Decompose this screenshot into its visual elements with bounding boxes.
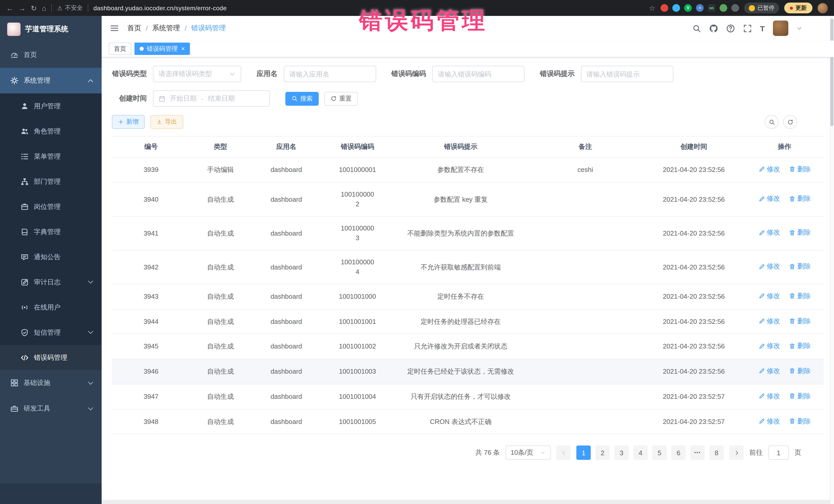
user-avatar[interactable] — [773, 21, 788, 36]
sidebar-subitem-0[interactable]: 用户管理 — [0, 93, 102, 118]
page-button[interactable]: 2 — [595, 446, 610, 460]
delete-link[interactable]: 删除 — [789, 366, 811, 376]
refresh-table-button[interactable] — [783, 115, 797, 129]
edit-link[interactable]: 修改 — [759, 164, 780, 174]
delete-link[interactable]: 删除 — [789, 341, 811, 351]
sidebar-subitem-8[interactable]: 在线用户 — [0, 294, 102, 320]
edit-link[interactable]: 修改 — [759, 194, 780, 204]
sidebar-item-0[interactable]: 首页 — [0, 42, 102, 68]
goto-page-input[interactable] — [768, 446, 789, 460]
leaf-extension-icon[interactable] — [720, 4, 727, 12]
on-badge-extension-icon[interactable]: on — [708, 4, 716, 12]
tab-1[interactable]: 错误码管理 × — [134, 43, 190, 55]
filter-input-1[interactable] — [284, 66, 376, 82]
table-row[interactable]: 3945 自动生成 dashboard 1001001002 只允许修改为开启或… — [112, 334, 824, 359]
filter-input-2[interactable] — [432, 66, 525, 82]
sidebar-subitem-4[interactable]: 岗位管理 — [0, 194, 102, 219]
scrollbar-thumb[interactable] — [830, 19, 833, 126]
page-size-select[interactable]: 10条/页 — [506, 446, 551, 460]
sidebar-subitem-10[interactable]: 错误码管理 — [0, 345, 102, 370]
blue-drop-extension-icon[interactable] — [672, 4, 680, 12]
page-button[interactable]: 8 — [709, 446, 724, 460]
sidebar-subitem-2[interactable]: 菜单管理 — [0, 144, 102, 169]
paused-badge[interactable]: 已暂停 — [744, 3, 779, 13]
reset-button[interactable]: 重置 — [324, 92, 358, 106]
reload-icon[interactable]: ↻ — [31, 4, 37, 12]
browser-profile-avatar[interactable] — [817, 3, 828, 13]
page-button[interactable]: 6 — [671, 446, 686, 460]
table-row[interactable]: 3942 自动生成 dashboard 1001000004 不允许获取敏感配置… — [112, 250, 824, 284]
prev-page-button[interactable] — [556, 446, 571, 460]
address-bar[interactable]: dashboard.yudao.iocoder.cn/system/error-… — [93, 4, 226, 12]
app-logo[interactable]: 芋道管理系统 — [0, 16, 102, 42]
page-button[interactable]: 3 — [614, 446, 629, 460]
edit-link[interactable]: 修改 — [759, 416, 780, 426]
delete-link[interactable]: 删除 — [789, 291, 811, 301]
close-icon[interactable]: × — [181, 45, 185, 52]
page-button[interactable]: 1 — [576, 446, 591, 460]
table-row[interactable]: 3943 自动生成 dashboard 1001001000 定时任务不存在 2… — [112, 284, 824, 309]
table-row[interactable]: 3941 自动生成 dashboard 1001000003 不能删除类型为系统… — [112, 216, 824, 250]
hamburger-icon[interactable] — [110, 24, 119, 33]
page-button[interactable]: 5 — [652, 446, 667, 460]
breadcrumb-item[interactable]: 系统管理 — [152, 24, 180, 33]
bookmark-star-icon[interactable]: ☆ — [649, 4, 655, 12]
vertical-scrollbar[interactable] — [830, 16, 834, 504]
show-search-button[interactable] — [765, 115, 778, 129]
more-pages-button[interactable]: ••• — [690, 446, 705, 460]
horizontal-scrollbar[interactable] — [102, 500, 830, 504]
sidebar-subitem-5[interactable]: 字典管理 — [0, 219, 102, 244]
next-page-button[interactable] — [729, 446, 744, 460]
edit-link[interactable]: 修改 — [759, 316, 780, 326]
table-row[interactable]: 3944 自动生成 dashboard 1001001001 定时任务的处理器已… — [112, 309, 824, 334]
green-v-extension-icon[interactable]: V — [684, 4, 692, 12]
sidebar-subitem-9[interactable]: 短信管理 — [0, 320, 102, 345]
edit-link[interactable]: 修改 — [759, 391, 780, 401]
red-circle-extension-icon[interactable] — [660, 4, 668, 12]
edit-link[interactable]: 修改 — [759, 366, 780, 376]
sidebar-item-3[interactable]: 研发工具 — [0, 396, 102, 421]
sidebar-subitem-7[interactable]: 审计日志 — [0, 269, 102, 294]
security-indicator[interactable]: ⚠ 不安全 — [57, 4, 83, 12]
edit-link[interactable]: 修改 — [759, 341, 780, 351]
font-size-icon[interactable]: T — [760, 24, 765, 32]
table-row[interactable]: 3946 自动生成 dashboard 1001001003 定时任务已经处于该… — [112, 359, 824, 384]
export-button[interactable]: 导出 — [150, 115, 183, 129]
edit-link[interactable]: 修改 — [759, 262, 780, 271]
chart-extension-icon[interactable]: ≡ — [696, 4, 704, 12]
sidebar-subitem-1[interactable]: 角色管理 — [0, 118, 102, 144]
page-button[interactable]: 4 — [633, 446, 648, 460]
delete-link[interactable]: 删除 — [789, 262, 811, 271]
delete-link[interactable]: 删除 — [789, 416, 811, 426]
breadcrumb-item[interactable]: 错误码管理 — [191, 24, 226, 33]
table-row[interactable]: 3940 自动生成 dashboard 1001000002 参数配置 key … — [112, 182, 824, 216]
github-icon[interactable] — [709, 24, 718, 32]
delete-link[interactable]: 删除 — [789, 164, 811, 174]
fullscreen-icon[interactable] — [743, 24, 752, 32]
sidebar-subitem-3[interactable]: 部门管理 — [0, 169, 102, 194]
date-range-picker[interactable]: 开始日期 - 结束日期 — [153, 90, 270, 107]
delete-link[interactable]: 删除 — [789, 227, 811, 238]
add-button[interactable]: 新增 — [112, 115, 145, 129]
delete-link[interactable]: 删除 — [789, 316, 811, 326]
back-icon[interactable]: ← — [6, 4, 13, 12]
sidebar-item-2[interactable]: 基础设施 — [0, 370, 102, 396]
search-icon[interactable] — [692, 24, 701, 32]
sidebar-item-1[interactable]: 系统管理 — [0, 68, 102, 93]
edit-link[interactable]: 修改 — [759, 291, 780, 301]
help-icon[interactable] — [726, 24, 735, 32]
edit-link[interactable]: 修改 — [759, 227, 780, 238]
search-button[interactable]: 搜索 — [285, 92, 319, 106]
filter-input-3[interactable] — [581, 66, 673, 82]
delete-link[interactable]: 删除 — [789, 391, 811, 401]
sidebar-subitem-6[interactable]: 通知公告 — [0, 244, 102, 269]
caret-down-icon[interactable] — [796, 25, 802, 31]
table-row[interactable]: 3947 自动生成 dashboard 1001001004 只有开启状态的任务… — [112, 384, 824, 409]
tab-0[interactable]: 首页 — [109, 43, 131, 55]
update-button[interactable]: 更新 — [784, 3, 812, 13]
delete-link[interactable]: 删除 — [789, 194, 811, 204]
error-type-select[interactable]: 请选择错误码类型 — [153, 66, 241, 82]
table-row[interactable]: 3948 自动生成 dashboard 1001001005 CRON 表达式不… — [112, 409, 824, 434]
breadcrumb-item[interactable]: 首页 — [127, 24, 141, 33]
home-icon[interactable]: ⌂ — [42, 4, 46, 12]
